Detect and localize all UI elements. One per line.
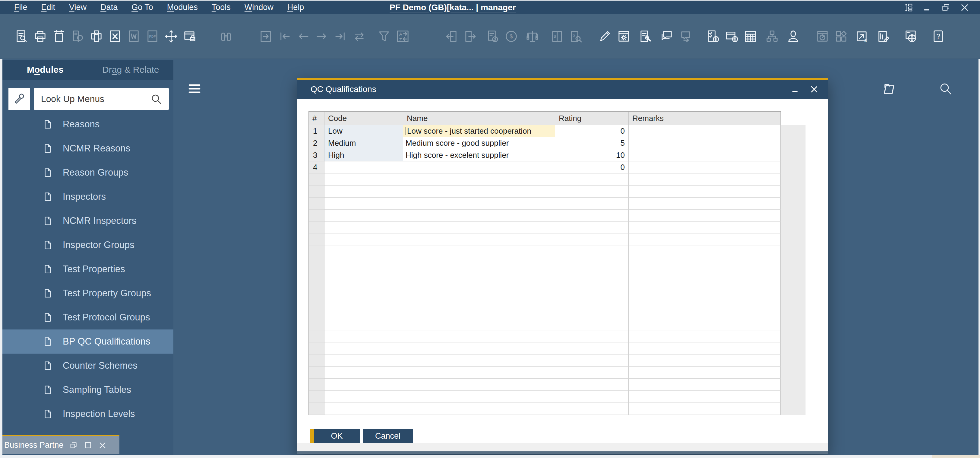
rating-cell[interactable] <box>555 270 629 282</box>
name-cell[interactable] <box>403 403 555 415</box>
code-cell[interactable]: Low <box>325 125 403 137</box>
remarks-cell[interactable] <box>629 391 781 403</box>
tab-drag-relate[interactable]: Drag & Relate <box>88 65 174 75</box>
rating-cell[interactable] <box>555 342 629 354</box>
row-number-cell[interactable] <box>309 403 325 415</box>
code-cell[interactable] <box>325 198 403 210</box>
menu-view[interactable]: View <box>62 3 94 12</box>
name-cell[interactable] <box>403 270 555 282</box>
sidebar-item-inspector-groups[interactable]: Inspector Groups <box>2 233 173 257</box>
base-document-button[interactable]: $ <box>547 27 566 46</box>
remarks-cell[interactable] <box>629 174 781 185</box>
target-document-button[interactable]: $ <box>566 27 585 46</box>
rating-cell[interactable]: 10 <box>555 149 629 161</box>
name-cell[interactable] <box>403 198 555 210</box>
row-height-icon[interactable] <box>904 2 914 13</box>
sidebar-item-reason-groups[interactable]: Reason Groups <box>2 161 173 185</box>
rating-cell[interactable] <box>555 367 629 379</box>
calendar-button[interactable] <box>741 27 760 46</box>
name-cell[interactable] <box>403 391 555 403</box>
remarks-cell[interactable] <box>629 282 781 294</box>
exchange-rate-button[interactable]: $ <box>853 27 872 46</box>
code-cell[interactable] <box>325 222 403 234</box>
rating-cell[interactable]: 0 <box>555 161 629 174</box>
rating-cell[interactable] <box>555 174 629 185</box>
minimized-business-partners-window[interactable]: Business Partne <box>0 435 119 454</box>
rating-cell[interactable] <box>555 246 629 258</box>
row-number-cell[interactable]: 3 <box>309 149 325 161</box>
remarks-cell[interactable] <box>629 342 781 354</box>
row-number-cell[interactable] <box>309 282 325 294</box>
remarks-cell[interactable] <box>629 330 781 342</box>
row-number-cell[interactable] <box>309 367 325 379</box>
row-number-cell[interactable]: 4 <box>309 161 325 174</box>
row-number-cell[interactable]: 1 <box>309 125 325 137</box>
row-number-cell[interactable] <box>309 246 325 258</box>
row-number-cell[interactable] <box>309 379 325 391</box>
code-cell[interactable] <box>325 367 403 379</box>
rating-cell[interactable] <box>555 354 629 367</box>
document-payment-button[interactable]: $ <box>483 27 502 46</box>
send-message-button[interactable] <box>68 27 87 46</box>
restore-icon[interactable] <box>941 2 951 13</box>
row-number-cell[interactable] <box>309 222 325 234</box>
restore-icon[interactable] <box>69 441 78 450</box>
alerts-button[interactable] <box>722 27 741 46</box>
rating-cell[interactable] <box>555 379 629 391</box>
row-number-cell[interactable] <box>309 185 325 198</box>
print-button[interactable] <box>31 27 49 46</box>
remarks-cell[interactable] <box>629 306 781 318</box>
name-cell[interactable] <box>403 161 555 174</box>
rating-cell[interactable] <box>555 234 629 246</box>
copy-window-icon[interactable] <box>880 80 896 97</box>
remarks-cell[interactable] <box>629 318 781 330</box>
row-number-cell[interactable] <box>309 318 325 330</box>
rating-cell[interactable] <box>555 330 629 342</box>
name-cell[interactable] <box>403 354 555 367</box>
name-cell[interactable] <box>403 306 555 318</box>
dialog-minimize-icon[interactable] <box>791 85 800 94</box>
rating-cell[interactable] <box>555 391 629 403</box>
sidebar-item-inspection-levels[interactable]: Inspection Levels <box>2 402 173 426</box>
row-number-cell[interactable]: 2 <box>309 137 325 149</box>
remarks-cell[interactable] <box>629 161 781 174</box>
close-icon[interactable] <box>98 441 107 450</box>
sidebar-item-inspectors[interactable]: Inspectors <box>2 185 173 209</box>
row-number-cell[interactable] <box>309 210 325 222</box>
name-cell[interactable] <box>403 246 555 258</box>
code-cell[interactable] <box>325 330 403 342</box>
name-cell[interactable] <box>403 330 555 342</box>
rating-cell[interactable] <box>555 403 629 415</box>
duplicate-row-button[interactable] <box>461 27 479 46</box>
sidebar-item-ncmr-inspectors[interactable]: NCMR Inspectors <box>2 209 173 233</box>
gross-profit-button[interactable] <box>523 27 542 46</box>
code-cell[interactable] <box>325 403 403 415</box>
tab-modules[interactable]: Modules <box>2 65 88 75</box>
rating-cell[interactable] <box>555 198 629 210</box>
sidebar-item-bp-qc-qualifications[interactable]: BP QC Qualifications <box>2 329 173 354</box>
menu-data[interactable]: Data <box>94 3 124 12</box>
last-record-button[interactable] <box>331 27 350 46</box>
organizational-chart-button[interactable] <box>763 27 781 46</box>
menu-window[interactable]: Window <box>238 3 280 12</box>
name-cell[interactable] <box>403 210 555 222</box>
row-number-cell[interactable] <box>309 174 325 185</box>
code-cell[interactable] <box>325 210 403 222</box>
name-cell[interactable]: High score - excelent supplier <box>403 149 555 161</box>
form-settings-button[interactable] <box>614 27 633 46</box>
column-header-name[interactable]: Name <box>403 112 555 125</box>
code-cell[interactable] <box>325 294 403 306</box>
column-header-code[interactable]: Code <box>325 112 403 125</box>
row-number-cell[interactable] <box>309 294 325 306</box>
widgets-button[interactable] <box>832 27 850 46</box>
remarks-cell[interactable] <box>629 258 781 270</box>
go-to-button[interactable] <box>256 27 275 46</box>
sidebar-item-counter-schemes[interactable]: Counter Schemes <box>2 354 173 378</box>
column-header-remarks[interactable]: Remarks <box>629 112 781 125</box>
remarks-cell[interactable] <box>629 246 781 258</box>
code-cell[interactable] <box>325 258 403 270</box>
lock-screen-button[interactable] <box>180 27 199 46</box>
remarks-cell[interactable] <box>629 367 781 379</box>
previous-record-button[interactable] <box>294 27 312 46</box>
code-cell[interactable] <box>325 246 403 258</box>
